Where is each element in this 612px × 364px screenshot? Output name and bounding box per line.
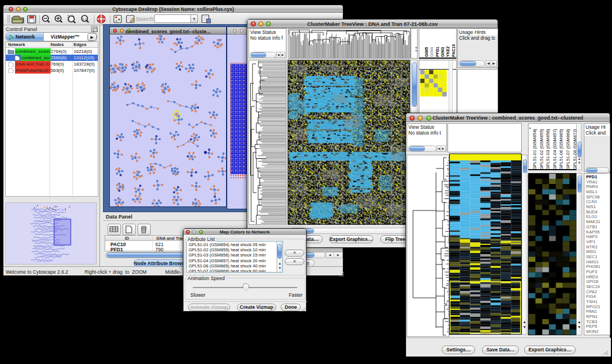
svg-text:1:1: 1:1: [82, 17, 87, 21]
